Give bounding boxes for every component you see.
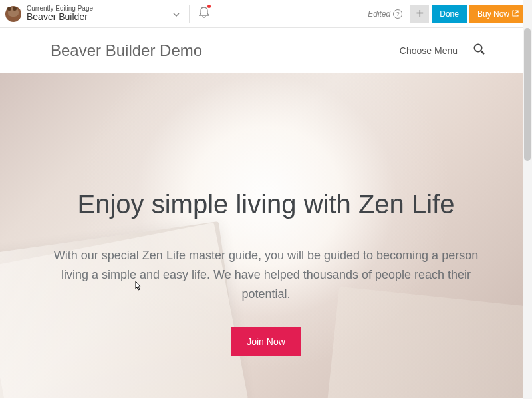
site-title: Beaver Builder Demo bbox=[51, 41, 202, 60]
site-header: Beaver Builder Demo Choose Menu bbox=[0, 28, 532, 73]
search-icon[interactable] bbox=[473, 43, 485, 59]
external-link-icon bbox=[512, 10, 519, 18]
hero-subheading: With our special Zen Life master guide, … bbox=[40, 246, 492, 303]
notification-dot-icon bbox=[207, 5, 211, 8]
hero-section: Enjoy simple living with Zen Life With o… bbox=[0, 73, 532, 398]
chevron-down-icon[interactable] bbox=[173, 9, 180, 19]
join-now-button[interactable]: Join Now bbox=[231, 327, 301, 356]
scrollbar-thumb[interactable] bbox=[524, 28, 531, 161]
svg-line-1 bbox=[481, 51, 485, 54]
edited-status: Edited ? bbox=[368, 9, 402, 19]
hero-content: Enjoy simple living with Zen Life With o… bbox=[0, 73, 532, 356]
choose-menu-link[interactable]: Choose Menu bbox=[400, 45, 458, 56]
builder-toolbar: Currently Editing Page Beaver Builder Ed… bbox=[0, 0, 532, 28]
edited-label: Edited bbox=[368, 9, 390, 19]
beaver-logo-icon bbox=[5, 6, 21, 22]
separator bbox=[189, 5, 190, 23]
help-icon[interactable]: ? bbox=[393, 9, 402, 19]
add-button[interactable]: + bbox=[410, 5, 429, 23]
notification-bell-icon[interactable] bbox=[199, 6, 209, 21]
hero-heading: Enjoy simple living with Zen Life bbox=[27, 190, 505, 219]
buy-label: Buy Now bbox=[477, 9, 509, 19]
svg-point-0 bbox=[475, 44, 482, 51]
buy-now-button[interactable]: Buy Now bbox=[469, 5, 527, 23]
page-name: Beaver Builder bbox=[27, 12, 93, 22]
page-selector[interactable]: Currently Editing Page Beaver Builder bbox=[27, 5, 93, 22]
done-button[interactable]: Done bbox=[432, 5, 467, 23]
